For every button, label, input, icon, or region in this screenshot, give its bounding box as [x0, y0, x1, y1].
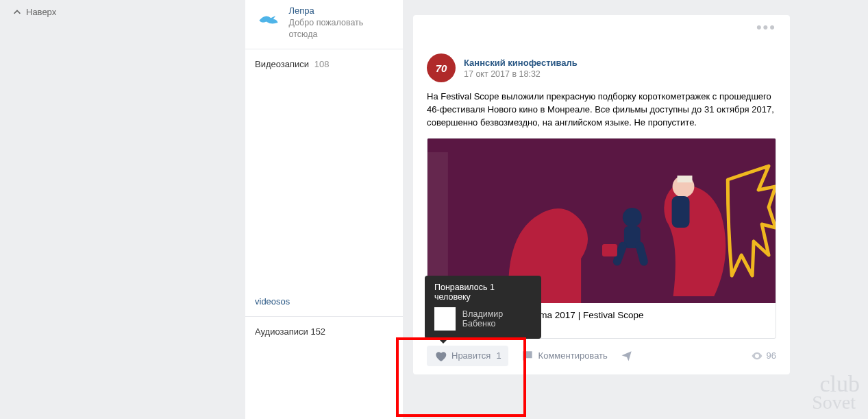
lepra-title: Лепра — [289, 5, 393, 16]
tooltip-user-name: Владимир Бабенко — [462, 309, 532, 328]
svg-rect-5 — [602, 244, 617, 256]
chevron-up-icon — [12, 8, 22, 17]
share-icon — [620, 349, 634, 363]
comment-button[interactable]: Комментировать — [521, 349, 608, 363]
comment-icon — [521, 349, 534, 363]
sidebar-link-lepra[interactable]: Лепра Добро пожаловать отсюда — [245, 0, 403, 49]
tooltip-title: Понравилось 1 человеку — [434, 283, 532, 302]
group-sidebar: Лепра Добро пожаловать отсюда Видеозапис… — [245, 0, 403, 419]
like-label: Нравится — [451, 350, 491, 361]
tooltip-user-row[interactable]: Владимир Бабенко — [434, 307, 532, 331]
sidebar-video-link[interactable]: videosos — [245, 289, 403, 316]
svg-rect-8 — [672, 196, 690, 228]
comment-label: Комментировать — [538, 350, 608, 361]
videos-label: Видеозаписи — [255, 59, 309, 69]
feed-column: ••• 70 Каннский кинофестиваль 17 окт 201… — [413, 0, 790, 419]
post-author-link[interactable]: Каннский кинофестиваль — [464, 58, 578, 68]
share-button[interactable] — [620, 349, 634, 363]
post-text: На Festival Scope выложили прекрасную по… — [427, 91, 776, 130]
watermark: club Sovet — [812, 374, 860, 411]
videos-count: 108 — [314, 59, 330, 69]
svg-rect-7 — [678, 176, 693, 182]
community-avatar[interactable]: 70 — [427, 53, 456, 82]
like-button[interactable]: Нравится 1 — [427, 346, 508, 366]
audios-label: Аудиозаписи — [255, 326, 308, 337]
sidebar-section-videos[interactable]: Видеозаписи 108 — [245, 49, 403, 69]
like-count: 1 — [496, 350, 501, 361]
post-actions-menu[interactable]: ••• — [756, 25, 776, 30]
svg-point-1 — [623, 208, 642, 227]
heart-icon — [434, 349, 447, 363]
scroll-to-top[interactable]: Наверх — [12, 7, 56, 17]
post: ••• 70 Каннский кинофестиваль 17 окт 201… — [413, 15, 790, 374]
lepra-subtitle: Добро пожаловать отсюда — [289, 17, 393, 40]
scroll-top-label: Наверх — [26, 7, 56, 17]
lepra-avatar — [255, 5, 282, 33]
likers-tooltip: Понравилось 1 человеку Владимир Бабенко — [425, 276, 541, 339]
views-count: 96 — [751, 350, 776, 362]
eye-icon — [751, 350, 763, 362]
audios-count: 152 — [310, 326, 325, 337]
tooltip-user-avatar — [434, 307, 456, 331]
sidebar-section-audios[interactable]: Аудиозаписи 152 — [245, 316, 403, 337]
post-date[interactable]: 17 окт 2017 в 18:32 — [464, 69, 578, 79]
